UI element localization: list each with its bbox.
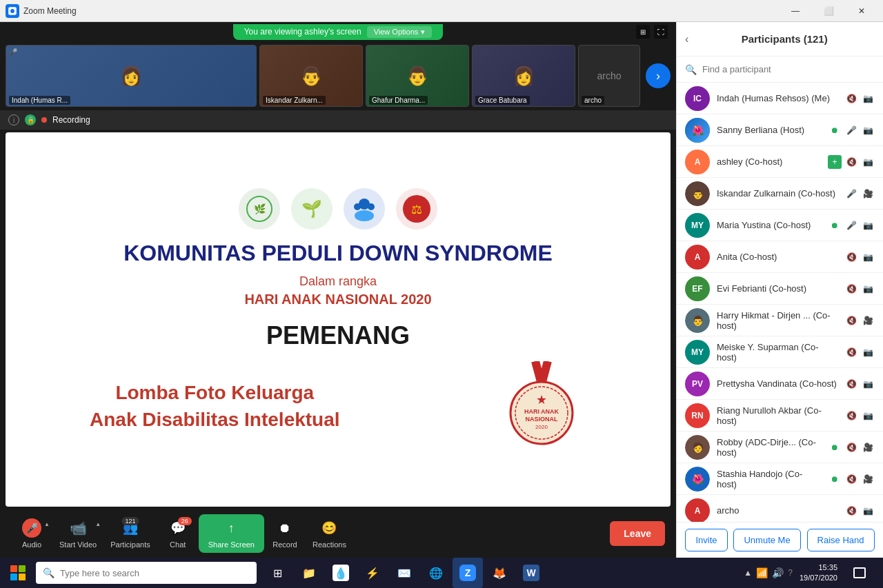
fullscreen-button[interactable]: ⛶ bbox=[654, 25, 668, 39]
dropbox-icon: 💧 bbox=[333, 565, 349, 581]
avatar: MY bbox=[685, 340, 710, 365]
search-icon: 🔍 bbox=[43, 567, 54, 578]
slide-content-row: Lomba Foto Keluarga Anak Disabilitas Int… bbox=[90, 361, 586, 451]
logo-2: 🌱 bbox=[291, 188, 333, 230]
thumb-label-iskandar: Iskandar Zulkarn... bbox=[263, 96, 326, 105]
avatar: A bbox=[685, 498, 710, 523]
participants-button[interactable]: 👥 Participants 121 bbox=[103, 516, 157, 551]
taskbar-search-area[interactable]: 🔍 bbox=[36, 562, 257, 584]
taskbar-pinned-items: ⊞ 📁 💧 ⚡ ✉️ 🌐 Z 🦊 W bbox=[262, 558, 546, 588]
taskbar: 🔍 ⊞ 📁 💧 ⚡ ✉️ 🌐 Z 🦊 W bbox=[0, 558, 883, 588]
participant-item: PV Prettysha Vandinata (Co-host) 🔇 📷 bbox=[677, 368, 883, 400]
file-explorer-button[interactable]: 📁 bbox=[294, 558, 324, 588]
avatar: IC bbox=[685, 86, 710, 111]
avatar: 👨 bbox=[685, 308, 710, 333]
reactions-button[interactable]: 😊 Reactions bbox=[306, 516, 353, 551]
unmute-me-button[interactable]: Unmute Me bbox=[733, 529, 800, 551]
svg-point-8 bbox=[368, 203, 375, 210]
dropbox-button[interactable]: 💧 bbox=[326, 558, 356, 588]
audio-label: Audio bbox=[22, 540, 41, 549]
mic-muted-icon: 🔇 bbox=[844, 282, 858, 296]
panel-title: Participants (121) bbox=[694, 33, 875, 45]
slide-lomba-text: Lomba Foto Keluarga Anak Disabilitas Int… bbox=[90, 379, 340, 433]
participant-search-input[interactable] bbox=[702, 64, 875, 74]
cam-off-icon: 📷 bbox=[861, 282, 875, 296]
cam-off-icon: 📷 bbox=[861, 92, 875, 105]
thumbnail-iskandar[interactable]: 👨 Iskandar Zulkarn... bbox=[259, 45, 363, 107]
mic-muted-icon: 🔇 bbox=[844, 345, 858, 359]
chat-button[interactable]: 💬 26 Chat bbox=[157, 516, 199, 551]
mic-off-icon: 🎤 bbox=[9, 48, 17, 56]
participant-name: Robby (ADC-Dirje... (Co-host) bbox=[717, 437, 821, 458]
participant-item: MY Meiske Y. Suparman (Co-host) 🔇 📷 bbox=[677, 336, 883, 368]
participants-panel: ‹ Participants (121) 🔍 IC Indah (Humas R… bbox=[676, 22, 883, 558]
zoom-button[interactable]: Z bbox=[453, 558, 483, 588]
thumbnail-grace[interactable]: 👩 Grace Batubara bbox=[472, 45, 575, 107]
spark-icon: ⚡ bbox=[364, 565, 381, 581]
start-video-button[interactable]: 📹 Start Video ▲ bbox=[52, 516, 103, 551]
svg-point-7 bbox=[354, 203, 361, 210]
chrome-button[interactable]: 🌐 bbox=[421, 558, 451, 588]
firefox-icon: 🦊 bbox=[491, 565, 508, 581]
view-options-button[interactable]: View Options ▾ bbox=[367, 26, 433, 38]
panel-collapse-button[interactable]: ‹ bbox=[685, 33, 688, 45]
grid-view-button[interactable]: ⊞ bbox=[636, 25, 650, 39]
participant-controls: 🔇 📷 bbox=[844, 409, 875, 423]
slide-winner: PEMENANG bbox=[266, 321, 410, 350]
word-button[interactable]: W bbox=[516, 558, 546, 588]
notification-button[interactable] bbox=[844, 558, 875, 588]
mic-icon: 🎤 bbox=[844, 219, 858, 232]
participant-name: Riang Nurulloh Akbar (Co-host) bbox=[717, 405, 837, 426]
thumbnail-indah[interactable]: 👩 Indah (Humas R... 🎤 bbox=[6, 45, 257, 107]
share-screen-button[interactable]: ↑ Share Screen bbox=[199, 514, 264, 553]
info-icon[interactable]: i bbox=[8, 114, 19, 125]
avatar: A bbox=[685, 150, 710, 174]
zoom-icon: Z bbox=[459, 565, 476, 581]
spark-button[interactable]: ⚡ bbox=[357, 558, 388, 588]
taskbar-search-input[interactable] bbox=[60, 568, 250, 578]
video-chevron-icon: ▲ bbox=[95, 521, 101, 527]
participant-item: 👨 Iskandar Zulkarnain (Co-host) 🎤 🎥 bbox=[677, 178, 883, 210]
task-view-button[interactable]: ⊞ bbox=[262, 558, 292, 588]
mail-icon: ✉️ bbox=[396, 565, 413, 581]
panel-header: ‹ Participants (121) bbox=[677, 22, 883, 57]
slide-subtitle2: HARI ANAK NASIONAL 2020 bbox=[244, 292, 431, 307]
panel-footer: Invite Unmute Me Raise Hand bbox=[677, 522, 883, 558]
minimize-button[interactable]: — bbox=[780, 0, 811, 22]
firefox-button[interactable]: 🦊 bbox=[484, 558, 515, 588]
avatar: RN bbox=[685, 403, 710, 428]
start-button[interactable] bbox=[3, 558, 33, 588]
help-icon[interactable]: ? bbox=[788, 568, 793, 578]
mail-button[interactable]: ✉️ bbox=[389, 558, 419, 588]
slide-title: KOMUNITAS PEDULI DOWN SYNDROME bbox=[123, 241, 553, 266]
system-clock[interactable]: 15:35 19/07/2020 bbox=[795, 562, 842, 584]
leave-button[interactable]: Leave bbox=[610, 521, 665, 546]
participant-name: Iskandar Zulkarnain (Co-host) bbox=[717, 188, 837, 199]
thumbnail-archo[interactable]: archo archo bbox=[578, 45, 640, 107]
participant-item: A archo 🔇 📷 bbox=[677, 495, 883, 522]
raise-hand-button[interactable]: Raise Hand bbox=[807, 529, 875, 551]
reactions-icon: 😊 bbox=[319, 518, 339, 538]
record-button[interactable]: ⏺ Record bbox=[264, 516, 306, 551]
participant-item: RN Riang Nurulloh Akbar (Co-host) 🔇 📷 bbox=[677, 400, 883, 432]
thumb-label-archo: archo bbox=[582, 96, 604, 105]
svg-text:⚖: ⚖ bbox=[411, 203, 422, 216]
close-button[interactable]: ✕ bbox=[846, 0, 877, 22]
thumbnail-ghafur[interactable]: 👨 Ghafur Dharma... bbox=[366, 45, 469, 107]
cam-off-icon: 📷 bbox=[861, 219, 875, 232]
cam-off-icon: 📷 bbox=[861, 155, 875, 169]
mic-muted-icon: 🔇 bbox=[844, 440, 858, 454]
participant-controls: ⏺ 🎤 📷 bbox=[828, 219, 875, 232]
audio-button[interactable]: 🎤 Audio ▲ bbox=[11, 516, 52, 551]
next-thumbnail-button[interactable]: › bbox=[646, 63, 671, 88]
tray-expand-icon[interactable]: ▲ bbox=[744, 568, 752, 578]
invite-button[interactable]: Invite bbox=[685, 529, 727, 551]
maximize-button[interactable]: ⬜ bbox=[813, 0, 844, 22]
participant-name: Maria Yustina (Co-host) bbox=[717, 220, 821, 230]
window-title: Zoom Meeting bbox=[23, 6, 780, 16]
logo-1: 🌿 bbox=[239, 188, 280, 230]
participant-name: Indah (Humas Rehsos) (Me) bbox=[717, 93, 837, 103]
volume-icon[interactable]: 🔊 bbox=[772, 567, 784, 578]
participant-name: Meiske Y. Suparman (Co-host) bbox=[717, 342, 837, 363]
presentation-area: 🌿 🌱 bbox=[6, 132, 671, 507]
